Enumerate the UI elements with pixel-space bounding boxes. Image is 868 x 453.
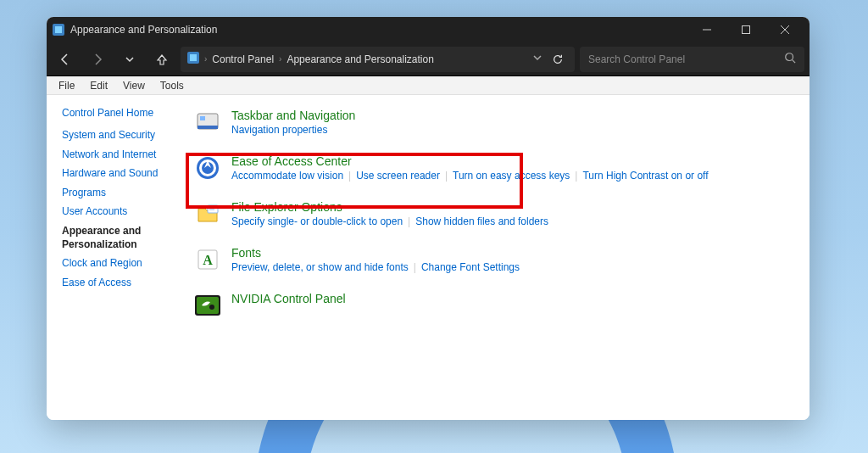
- category-row: NVIDIA Control Panel: [191, 287, 794, 324]
- breadcrumb-item[interactable]: Control Panel: [212, 53, 274, 65]
- sidebar: Control Panel Home System and SecurityNe…: [47, 95, 191, 420]
- category-body: Ease of Access CenterAccommodate low vis…: [231, 154, 787, 182]
- svg-rect-11: [198, 126, 218, 129]
- category-sublink[interactable]: Change Font Settings: [421, 261, 520, 273]
- menu-edit[interactable]: Edit: [83, 78, 114, 93]
- category-sublinks: Preview, delete, or show and hide fonts|…: [231, 261, 787, 273]
- up-button[interactable]: [148, 46, 175, 73]
- category-title[interactable]: NVIDIA Control Panel: [231, 292, 787, 305]
- category-sublink[interactable]: Show hidden files and folders: [415, 215, 548, 227]
- breadcrumb-item[interactable]: Appearance and Personalization: [287, 53, 433, 65]
- category-row: Ease of Access CenterAccommodate low vis…: [191, 149, 794, 187]
- separator: |: [414, 261, 416, 273]
- maximize-button[interactable]: [726, 17, 765, 42]
- titlebar: Appearance and Personalization: [47, 17, 810, 42]
- menu-view[interactable]: View: [116, 78, 152, 93]
- separator: |: [408, 215, 410, 227]
- separator: |: [575, 170, 577, 182]
- sidebar-item[interactable]: Appearance and Personalization: [62, 225, 181, 251]
- sidebar-home[interactable]: Control Panel Home: [62, 107, 181, 119]
- category-sublink[interactable]: Preview, delete, or show and hide fonts: [231, 261, 409, 273]
- svg-rect-20: [197, 297, 219, 314]
- svg-point-8: [786, 53, 793, 61]
- folder-icon: [194, 200, 221, 227]
- sidebar-item[interactable]: Ease of Access: [62, 277, 181, 290]
- category-sublinks: Navigation properties: [231, 124, 787, 136]
- category-sublinks: Specify single- or double-click to open|…: [231, 215, 787, 227]
- forward-button[interactable]: [84, 46, 111, 73]
- category-body: NVIDIA Control Panel: [231, 292, 787, 307]
- menu-file[interactable]: File: [52, 78, 81, 93]
- category-title[interactable]: Taskbar and Navigation: [231, 109, 787, 122]
- nvidia-icon: [194, 292, 221, 319]
- sidebar-item[interactable]: User Accounts: [62, 205, 181, 219]
- separator: |: [445, 170, 448, 182]
- window-title: Appearance and Personalization: [70, 24, 217, 36]
- category-sublink[interactable]: Specify single- or double-click to open: [231, 215, 403, 227]
- search-icon: [784, 52, 796, 66]
- sidebar-item[interactable]: Network and Internet: [62, 148, 181, 162]
- svg-point-21: [209, 305, 214, 310]
- category-sublink[interactable]: Turn High Contrast on or off: [582, 170, 708, 182]
- category-title[interactable]: Fonts: [231, 246, 787, 260]
- control-panel-icon: [187, 52, 199, 66]
- sidebar-item[interactable]: Hardware and Sound: [62, 167, 181, 181]
- svg-rect-1: [55, 26, 62, 33]
- recent-dropdown[interactable]: [116, 46, 143, 73]
- taskbar-icon: [194, 109, 221, 136]
- menu-bar: File Edit View Tools: [47, 76, 810, 95]
- ease-icon: [194, 154, 221, 182]
- category-title[interactable]: Ease of Access Center: [231, 154, 787, 168]
- search-placeholder: Search Control Panel: [588, 53, 685, 65]
- address-dropdown[interactable]: [532, 53, 542, 65]
- category-body: FontsPreview, delete, or show and hide f…: [231, 246, 787, 273]
- svg-rect-12: [200, 116, 205, 120]
- minimize-button[interactable]: [687, 17, 726, 42]
- menu-tools[interactable]: Tools: [153, 78, 191, 93]
- chevron-right-icon: ›: [204, 54, 207, 64]
- category-row: AFontsPreview, delete, or show and hide …: [191, 241, 794, 278]
- svg-rect-3: [743, 26, 750, 34]
- content-area: Control Panel Home System and SecurityNe…: [47, 95, 810, 420]
- category-row: Taskbar and NavigationNavigation propert…: [191, 103, 794, 141]
- category-sublink[interactable]: Turn on easy access keys: [453, 170, 570, 182]
- sidebar-item[interactable]: System and Security: [62, 129, 181, 143]
- sidebar-item[interactable]: Clock and Region: [62, 257, 181, 271]
- refresh-button[interactable]: [548, 47, 568, 72]
- svg-rect-7: [190, 54, 197, 61]
- category-sublink[interactable]: Use screen reader: [356, 170, 440, 182]
- separator: |: [348, 170, 351, 182]
- search-box[interactable]: Search Control Panel: [580, 47, 804, 72]
- sidebar-item[interactable]: Programs: [62, 187, 181, 200]
- category-body: File Explorer OptionsSpecify single- or …: [231, 200, 787, 227]
- close-button[interactable]: [765, 17, 804, 42]
- category-row: File Explorer OptionsSpecify single- or …: [191, 195, 794, 232]
- category-title[interactable]: File Explorer Options: [231, 200, 787, 214]
- category-body: Taskbar and NavigationNavigation propert…: [231, 109, 787, 136]
- address-bar[interactable]: › Control Panel › Appearance and Persona…: [181, 47, 575, 72]
- control-panel-window: Appearance and Personalization: [47, 17, 810, 420]
- app-icon: [52, 23, 65, 36]
- category-sublink[interactable]: Navigation properties: [231, 124, 327, 136]
- main-panel: Taskbar and NavigationNavigation propert…: [191, 95, 810, 420]
- chevron-right-icon: ›: [279, 54, 281, 64]
- category-sublinks: Accommodate low vision|Use screen reader…: [231, 170, 787, 182]
- svg-line-9: [793, 60, 796, 64]
- nav-bar: › Control Panel › Appearance and Persona…: [47, 42, 810, 76]
- svg-text:A: A: [203, 253, 213, 267]
- category-sublink[interactable]: Accommodate low vision: [231, 170, 343, 182]
- fonts-icon: A: [194, 246, 221, 273]
- back-button[interactable]: [52, 46, 79, 73]
